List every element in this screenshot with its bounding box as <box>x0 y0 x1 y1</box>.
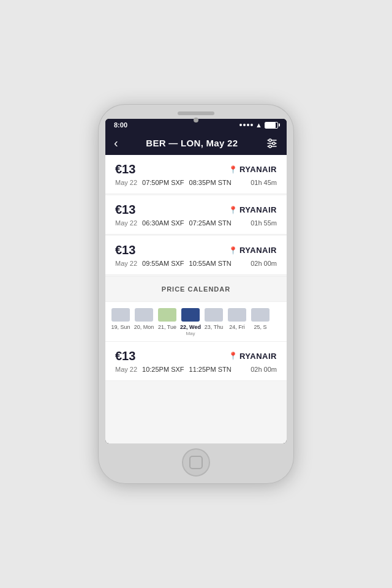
status-icons: ▲ <box>239 121 278 129</box>
svg-point-3 <box>269 139 271 141</box>
price-calendar-header: PRICE CALENDAR <box>105 276 287 302</box>
flight-details-0: May 22 07:50PM SXF 08:35PM STN 01h 45m <box>115 179 277 186</box>
signal-dots <box>239 124 253 126</box>
ryanair-logo-0: 📍 RYANAIR <box>228 165 277 174</box>
flight-date-1: May 22 <box>115 219 137 227</box>
cal-item-20[interactable]: 20, Mon <box>134 308 154 336</box>
depart-info-0: 07:50PM SXF <box>142 179 184 186</box>
airline-name: RYANAIR <box>239 352 277 361</box>
cal-month-22: May <box>186 331 195 336</box>
airline-name-1: RYANAIR <box>239 205 277 214</box>
depart-info: 10:25PM SXF <box>142 366 184 373</box>
cal-date-19: 19, Sun <box>111 324 130 331</box>
signal-dot-1 <box>239 124 242 126</box>
battery-fill <box>265 123 276 128</box>
flight-duration: 02h 00m <box>251 366 277 373</box>
flight-card-2[interactable]: €13 📍 RYANAIR May 22 09:55AM SXF 10:55AM… <box>105 236 287 275</box>
flight-details: May 22 10:25PM SXF 11:25PM STN 02h 00m <box>115 366 277 373</box>
depart-info-2: 09:55AM SXF <box>142 260 184 267</box>
ryanair-logo-1: 📍 RYANAIR <box>228 205 277 214</box>
flight-card-1[interactable]: €13 📍 RYANAIR May 22 06:30AM SXF 07:25AM… <box>105 195 287 235</box>
ryanair-logo: 📍 RYANAIR <box>228 352 277 361</box>
flight-date: May 22 <box>115 366 137 373</box>
signal-dot-4 <box>251 124 253 126</box>
flight-duration-2: 02h 00m <box>251 260 277 267</box>
phone-screen: 8:00 ▲ ‹ BER — LON, May 22 <box>105 119 287 443</box>
flight-price: €13 <box>115 349 135 363</box>
phone-frame: 8:00 ▲ ‹ BER — LON, May 22 <box>98 104 294 484</box>
arrive-info-1: 07:25AM STN <box>189 219 232 227</box>
calendar-bar: 19, Sun20, Mon21, Tue22, WedMay23, Thu24… <box>105 302 287 342</box>
cal-bar-24 <box>228 308 246 322</box>
home-button[interactable] <box>182 448 210 477</box>
flight-date-0: May 22 <box>115 179 137 186</box>
cal-item-22[interactable]: 22, WedMay <box>180 308 201 336</box>
ryanair-pin-icon-2: 📍 <box>228 246 238 255</box>
flight-card-bottom[interactable]: €13 📍 RYANAIR May 22 10:25PM SXF 11:25PM… <box>105 342 287 381</box>
svg-point-4 <box>273 142 275 145</box>
phone-speaker <box>178 111 214 115</box>
cal-date-22: 22, Wed <box>180 324 201 331</box>
status-time: 8:00 <box>114 121 127 129</box>
cal-date-25: 25, S <box>254 324 266 331</box>
cal-date-24: 24, Fri <box>229 324 245 331</box>
calendar-scroll[interactable]: 19, Sun20, Mon21, Tue22, WedMay23, Thu24… <box>105 308 287 336</box>
flight-card-0[interactable]: €13 📍 RYANAIR May 22 07:50PM SXF 08:35PM… <box>105 155 287 194</box>
flight-price-0: €13 <box>115 162 135 176</box>
arrive-info: 11:25PM STN <box>189 366 232 373</box>
cal-bar-20 <box>135 308 153 322</box>
filter-button[interactable] <box>266 137 278 149</box>
airline-name-2: RYANAIR <box>239 246 277 255</box>
svg-point-5 <box>269 145 271 148</box>
arrive-info-0: 08:35PM STN <box>189 179 232 186</box>
ryanair-pin-icon-1: 📍 <box>228 206 238 214</box>
cal-date-21: 21, Tue <box>158 324 176 331</box>
flight-duration-0: 01h 45m <box>251 179 277 186</box>
cal-bar-19 <box>111 308 130 322</box>
cal-date-23: 23, Thu <box>205 324 223 331</box>
arrive-info-2: 10:55AM STN <box>189 260 232 267</box>
signal-dot-2 <box>243 124 246 126</box>
ryanair-pin-icon-0: 📍 <box>228 165 238 174</box>
signal-dot-3 <box>247 124 249 126</box>
flight-price-1: €13 <box>115 203 135 217</box>
flight-details-1: May 22 06:30AM SXF 07:25AM STN 01h 55m <box>115 219 277 227</box>
depart-info-1: 06:30AM SXF <box>142 219 184 227</box>
cal-item-24[interactable]: 24, Fri <box>227 308 247 336</box>
ryanair-logo-2: 📍 RYANAIR <box>228 246 277 255</box>
ryanair-pin-icon: 📍 <box>228 352 238 360</box>
flight-details-2: May 22 09:55AM SXF 10:55AM STN 02h 00m <box>115 260 277 267</box>
cal-date-20: 20, Mon <box>134 324 154 331</box>
flight-list: €13 📍 RYANAIR May 22 07:50PM SXF 08:35PM… <box>105 155 287 275</box>
content-area: €13 📍 RYANAIR May 22 07:50PM SXF 08:35PM… <box>105 155 287 443</box>
cal-item-19[interactable]: 19, Sun <box>110 308 131 336</box>
back-button[interactable]: ‹ <box>114 136 118 150</box>
airline-name-0: RYANAIR <box>239 165 277 174</box>
nav-bar: ‹ BER — LON, May 22 <box>105 131 287 155</box>
cal-bar-23 <box>205 308 223 322</box>
cal-bar-22 <box>181 308 200 322</box>
cal-item-21[interactable]: 21, Tue <box>157 308 178 336</box>
flight-date-2: May 22 <box>115 260 137 267</box>
flight-price-2: €13 <box>115 243 135 257</box>
cal-item-23[interactable]: 23, Thu <box>203 308 224 336</box>
home-button-inner <box>189 456 203 469</box>
wifi-icon: ▲ <box>255 121 262 129</box>
flight-duration-1: 01h 55m <box>251 219 277 227</box>
battery-icon <box>265 122 278 129</box>
cal-bar-21 <box>158 308 176 322</box>
phone-camera <box>194 118 198 123</box>
cal-item-25[interactable]: 25, S <box>250 308 271 336</box>
cal-bar-25 <box>251 308 270 322</box>
nav-title: BER — LON, May 22 <box>146 138 238 148</box>
